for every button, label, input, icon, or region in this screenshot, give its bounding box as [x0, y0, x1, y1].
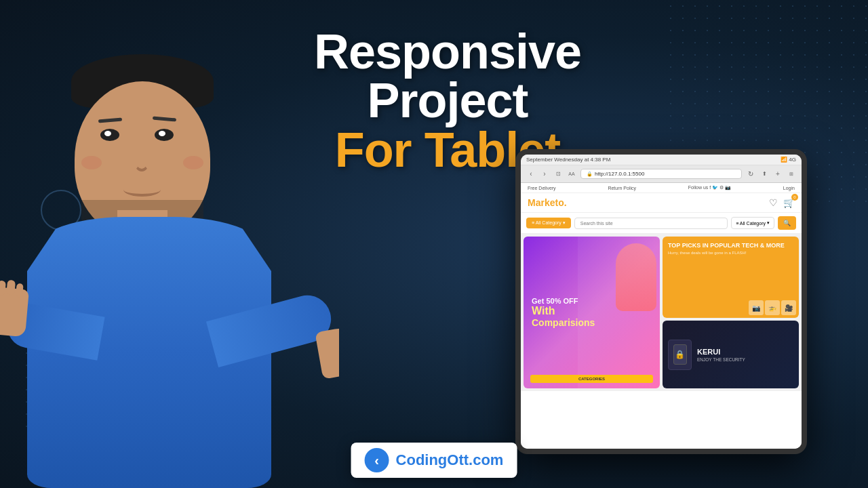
person-area: [0, 27, 339, 488]
return-policy-label: Return Policy: [608, 186, 636, 190]
site-top-bar: Free Delivery Return Policy Follow us f …: [521, 183, 802, 193]
social-icons: f 🐦 ⚙ 📷: [709, 185, 731, 190]
address-input[interactable]: 🔒 http://127.0.0.1:5500: [580, 169, 742, 179]
website-content: Free Delivery Return Policy Follow us f …: [521, 183, 802, 449]
watermark-text: CodingOtt.com: [396, 451, 504, 469]
browser-new-tab-btn[interactable]: +: [773, 169, 783, 179]
search-bar: ≡ All Category ▾ ≡ All Category ▾ 🔍: [521, 213, 802, 234]
search-input[interactable]: [574, 218, 728, 229]
browser-reader-btn[interactable]: AA: [567, 169, 576, 179]
banner-tech[interactable]: TOP PICKS IN POPULAR TECH & MORE Hurry, …: [663, 237, 799, 318]
browser-address-bar[interactable]: ‹ › ⊡ AA 🔒 http://127.0.0.1:5500 ↻ ⬆ + ⊞: [521, 165, 802, 183]
search-submit-btn[interactable]: 🔍: [778, 216, 796, 230]
tablet-container: September Wednesday at 4:38 PM 📶 4G ‹ › …: [515, 149, 827, 461]
categories-label[interactable]: CATEGORIES: [530, 375, 653, 383]
login-link[interactable]: Login: [783, 186, 795, 190]
tech-products: 📷 🚁 🎥: [749, 300, 796, 315]
tablet-browser: September Wednesday at 4:38 PM 📶 4G ‹ › …: [521, 155, 802, 449]
cart-icon[interactable]: 🛒 0: [783, 197, 795, 208]
tech-title: TOP PICKS IN POPULAR TECH & MORE: [668, 242, 793, 249]
security-brand: KERUI: [697, 348, 793, 356]
product-cam2: 🎥: [781, 300, 796, 315]
product-cam: 📷: [749, 300, 764, 315]
category-dropdown-btn[interactable]: ≡ All Category ▾: [526, 218, 571, 228]
address-url: http://127.0.0.1:5500: [595, 171, 644, 177]
security-text-area: KERUI ENJOY THE SECURITY: [697, 348, 793, 362]
follow-us-label: Follow us f 🐦 ⚙ 📷: [688, 185, 731, 190]
hand-left: [0, 287, 29, 338]
banner-main[interactable]: Get 50% OFF With Comparisions CATEGORIES: [524, 237, 660, 388]
banners-grid: Get 50% OFF With Comparisions CATEGORIES…: [521, 234, 802, 391]
status-signal: 📶 4G: [781, 157, 796, 163]
browser-status-bar: September Wednesday at 4:38 PM 📶 4G: [521, 155, 802, 165]
browser-tabs-count-btn[interactable]: ⊞: [787, 169, 796, 179]
tablet-device: September Wednesday at 4:38 PM 📶 4G ‹ › …: [515, 149, 807, 454]
free-delivery-label: Free Delivery: [528, 186, 556, 190]
watermark-logo: ‹: [365, 448, 389, 472]
browser-back-btn[interactable]: ‹: [526, 169, 536, 179]
security-panel: 🔒: [673, 344, 687, 365]
watermark: ‹ CodingOtt.com: [351, 443, 517, 478]
header-icons: ♡ 🛒 0: [769, 197, 795, 208]
wishlist-icon[interactable]: ♡: [769, 197, 778, 208]
security-device-icon: 🔒: [668, 340, 692, 370]
browser-forward-btn[interactable]: ›: [540, 169, 549, 179]
hand-right: [315, 325, 339, 379]
browser-share-btn[interactable]: ⬆: [760, 169, 769, 179]
watermark-domain: .com: [469, 451, 503, 468]
cart-badge: 0: [791, 194, 798, 201]
product-drone: 🚁: [765, 300, 780, 315]
tech-subtitle: Hurry, these deals will be gone in a FLA…: [668, 251, 793, 255]
browser-tabs-btn[interactable]: ⊡: [553, 169, 563, 179]
all-category-select[interactable]: ≡ All Category ▾: [731, 217, 774, 229]
site-logo: Marketo.: [528, 197, 567, 208]
banner-security[interactable]: 🔒 KERUI ENJOY THE SECURITY: [663, 321, 799, 388]
site-header: Marketo. ♡ 🛒 0: [521, 193, 802, 213]
status-time: September Wednesday at 4:38 PM: [526, 157, 610, 163]
watermark-brand: CodingOtt: [396, 451, 469, 468]
security-subtitle: ENJOY THE SECURITY: [697, 357, 793, 362]
banner-person-silhouette: [616, 243, 656, 311]
browser-reload-btn[interactable]: ↻: [746, 169, 755, 179]
